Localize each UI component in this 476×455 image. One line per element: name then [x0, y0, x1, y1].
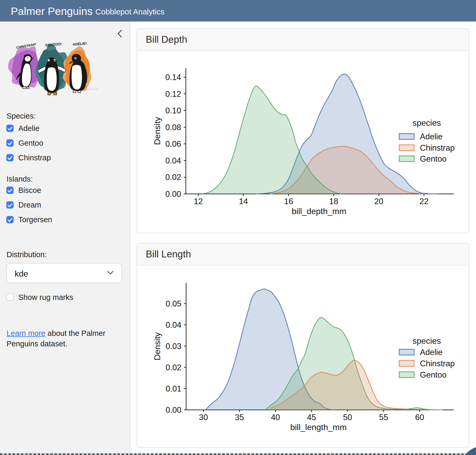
svg-text:0.03: 0.03 — [166, 342, 181, 351]
svg-text:0.04: 0.04 — [166, 320, 181, 330]
svg-text:45: 45 — [307, 413, 316, 422]
svg-text:0.05: 0.05 — [166, 299, 181, 308]
svg-text:0.12: 0.12 — [165, 89, 181, 99]
svg-text:22: 22 — [419, 197, 428, 206]
svg-text:Gentoo: Gentoo — [420, 370, 447, 379]
svg-text:0.06: 0.06 — [165, 139, 181, 149]
svg-text:55: 55 — [379, 413, 388, 422]
svg-text:Gentoo: Gentoo — [420, 154, 447, 163]
svg-text:species: species — [413, 118, 441, 128]
svg-text:Density: Density — [153, 332, 162, 361]
svg-text:14: 14 — [239, 197, 248, 206]
svg-text:ADĒLIE!: ADĒLIE! — [73, 41, 87, 47]
svg-text:0.14: 0.14 — [165, 73, 181, 82]
svg-text:0.00: 0.00 — [165, 189, 181, 199]
svg-text:0.10: 0.10 — [165, 106, 181, 115]
svg-text:20: 20 — [374, 197, 383, 206]
svg-text:species: species — [413, 336, 441, 346]
svg-text:0.02: 0.02 — [166, 363, 181, 372]
svg-text:0.08: 0.08 — [165, 123, 181, 132]
svg-text:0.01: 0.01 — [166, 384, 181, 393]
svg-text:Chinstrap: Chinstrap — [420, 143, 455, 152]
svg-text:16: 16 — [284, 197, 293, 206]
svg-text:60: 60 — [415, 413, 424, 422]
svg-text:Adelie: Adelie — [420, 348, 442, 357]
svg-text:Adelie: Adelie — [420, 132, 442, 141]
svg-text:0.04: 0.04 — [165, 156, 181, 165]
svg-text:Chinstrap: Chinstrap — [420, 359, 455, 368]
svg-text:@allison_horst: @allison_horst — [86, 88, 98, 90]
svg-text:bill_depth_mm: bill_depth_mm — [292, 207, 346, 216]
svg-text:bill_length_mm: bill_length_mm — [290, 422, 347, 432]
svg-text:30: 30 — [199, 413, 208, 422]
svg-text:18: 18 — [329, 197, 338, 206]
svg-text:GENTOO!: GENTOO! — [45, 42, 62, 47]
svg-text:Density: Density — [153, 117, 162, 145]
svg-text:0.00: 0.00 — [166, 405, 181, 415]
svg-text:12: 12 — [194, 197, 203, 206]
svg-text:0.02: 0.02 — [165, 173, 181, 182]
svg-text:50: 50 — [343, 413, 352, 422]
svg-text:40: 40 — [271, 413, 280, 422]
svg-text:35: 35 — [235, 413, 244, 422]
